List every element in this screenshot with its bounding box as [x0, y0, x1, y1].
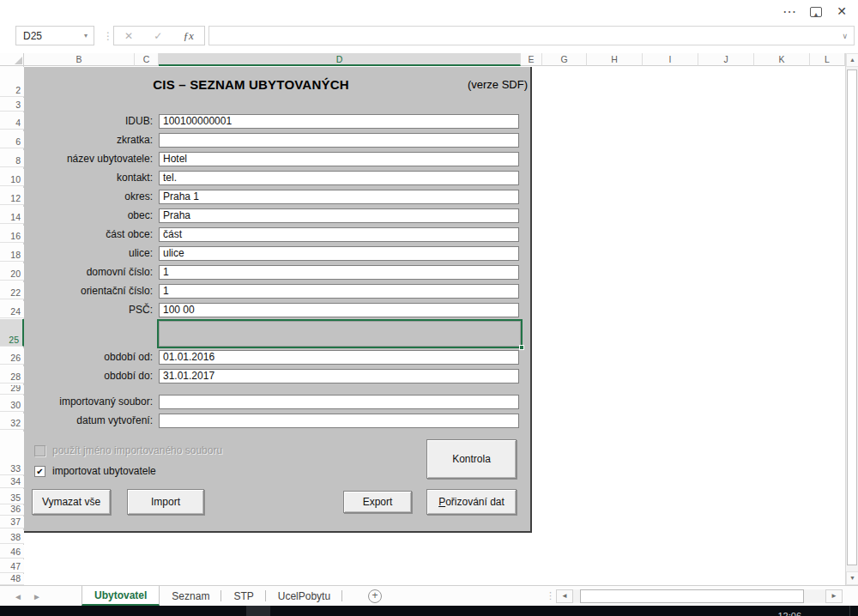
row-header[interactable]: 10	[0, 169, 24, 186]
form-field-row: kontakt: tel.	[24, 171, 532, 185]
row-header[interactable]: 46	[0, 545, 24, 559]
column-header[interactable]: L	[810, 53, 845, 66]
taskbar-app-button[interactable]	[246, 606, 270, 616]
vymazat-vse-button[interactable]: Vymazat vše	[32, 489, 111, 515]
row-header[interactable]: 26	[0, 348, 24, 365]
row-header[interactable]: 47	[0, 559, 24, 573]
scroll-down-icon[interactable]: ▼	[846, 571, 858, 585]
horizontal-scrollbar-thumb[interactable]	[580, 589, 804, 603]
column-header[interactable]: H	[587, 53, 643, 66]
row-header[interactable]: 34	[0, 476, 24, 488]
column-header[interactable]: G	[542, 53, 587, 66]
row-header[interactable]: 20	[0, 263, 24, 281]
field-input[interactable]: 100 00	[159, 303, 519, 317]
form-field-row: obec: Praha	[24, 208, 532, 223]
kontrola-button[interactable]: Kontrola	[426, 439, 517, 479]
export-button[interactable]: Export	[343, 491, 412, 513]
column-header[interactable]: J	[698, 53, 754, 66]
row-header[interactable]: 29	[0, 385, 24, 395]
row-header[interactable]: 16	[0, 226, 24, 243]
cis-form-panel: CIS – SEZNAM UBYTOVANÝCH (verze SDF) IDU…	[24, 67, 532, 533]
row-header[interactable]: 6	[0, 131, 24, 148]
restore-window-icon[interactable]: ▴	[810, 7, 822, 17]
column-headers: BCDEGHIJKL	[0, 53, 845, 66]
sheet-tab[interactable]: STP	[221, 586, 265, 606]
field-label: orientační číslo:	[24, 284, 153, 299]
row-header[interactable]: 3	[0, 98, 24, 112]
import-button[interactable]: Import	[127, 489, 204, 515]
checkbox[interactable]: ✔ importovat ubytovatele	[34, 465, 156, 477]
row-header[interactable]: 48	[0, 574, 24, 585]
column-header[interactable]: K	[754, 53, 810, 66]
field-input[interactable]: ulice	[159, 246, 519, 261]
enter-icon[interactable]: ✓	[154, 30, 162, 42]
column-header[interactable]: I	[643, 53, 698, 66]
row-header[interactable]: 22	[0, 282, 24, 299]
row-header[interactable]: 8	[0, 150, 24, 167]
row-header[interactable]: 38	[0, 530, 24, 544]
tab-scroll-left-icon[interactable]: ◄	[14, 592, 22, 601]
row-header[interactable]: 24	[0, 301, 24, 318]
cancel-icon[interactable]: ✕	[124, 30, 133, 42]
vertical-scrollbar[interactable]: ▲ ▼	[845, 53, 858, 585]
ribbon-more-icon[interactable]: ⋯	[782, 3, 798, 20]
row-header[interactable]: 2	[0, 67, 24, 97]
field-input[interactable]	[159, 395, 519, 409]
scroll-left-icon[interactable]: ◄	[556, 589, 573, 603]
row-header[interactable]: 32	[0, 414, 24, 430]
row-header[interactable]: 30	[0, 396, 24, 412]
field-input[interactable]	[159, 133, 519, 148]
formula-bar-expand-icon[interactable]: ∨	[842, 32, 848, 40]
field-input[interactable]: 01.01.2016	[159, 350, 519, 365]
field-label: zkratka:	[24, 133, 153, 148]
row-header[interactable]: 37	[0, 516, 24, 528]
field-input[interactable]: 1	[159, 284, 519, 299]
form-field-row: období od: 01.01.2016	[24, 350, 532, 365]
formula-buttons: ✕ ✓ ƒx	[113, 26, 205, 45]
column-header[interactable]: D	[159, 53, 521, 66]
insert-function-icon[interactable]: ƒx	[184, 29, 194, 43]
sheet-tab[interactable]: Ubytovatel	[82, 586, 160, 606]
field-input[interactable]: tel.	[159, 171, 519, 185]
field-input[interactable]: Praha 1	[159, 190, 519, 204]
field-input[interactable]: 1	[159, 265, 519, 280]
add-sheet-icon[interactable]: +	[368, 589, 382, 603]
checkbox[interactable]: použít jméno importovaného souboru	[34, 444, 222, 456]
row-header[interactable]: 35	[0, 489, 24, 504]
close-icon[interactable]: ✕	[837, 4, 847, 18]
row-header[interactable]: 36	[0, 505, 24, 516]
field-input[interactable]: 100100000001	[159, 114, 519, 129]
sheet-tab[interactable]: Seznam	[160, 586, 221, 606]
row-header[interactable]: 18	[0, 245, 24, 262]
sheet-tab[interactable]: UcelPobytu	[266, 586, 342, 606]
formula-bar-input[interactable]	[208, 26, 855, 45]
vertical-scrollbar-thumb[interactable]	[847, 69, 857, 565]
tab-scroll-right-icon[interactable]: ►	[33, 592, 41, 601]
taskbar-divider	[849, 606, 850, 616]
field-input[interactable]	[159, 414, 519, 428]
column-header[interactable]: B	[24, 53, 135, 66]
scroll-right-icon[interactable]: ►	[825, 589, 843, 603]
field-input[interactable]: Hotel	[159, 152, 519, 166]
row-header[interactable]: 25	[0, 319, 24, 347]
field-input[interactable]: 31.01.2017	[159, 369, 519, 383]
form-field-row: název ubytovatele: Hotel	[24, 152, 532, 166]
scroll-up-icon[interactable]: ▲	[846, 53, 858, 67]
column-header[interactable]: C	[135, 53, 159, 66]
form-field-row: PSČ: 100 00	[24, 303, 532, 317]
row-header[interactable]: 4	[0, 112, 24, 130]
field-input[interactable]: část	[159, 227, 519, 242]
row-header[interactable]: 14	[0, 207, 24, 224]
row-header[interactable]: 12	[0, 188, 24, 205]
name-box-dropdown-icon[interactable]: ▾	[84, 32, 88, 39]
column-header[interactable]: E	[521, 53, 542, 66]
select-all-corner[interactable]	[0, 53, 24, 66]
selected-cell-d25[interactable]	[157, 319, 523, 348]
sheet-grid[interactable]: CIS – SEZNAM UBYTOVANÝCH (verze SDF) IDU…	[24, 66, 845, 585]
name-box[interactable]: D25 ▾	[15, 26, 94, 45]
tab-splitter-dots-icon[interactable]: ⋮	[546, 590, 555, 601]
row-header[interactable]: 33	[0, 432, 24, 475]
field-input[interactable]: Praha	[159, 208, 519, 223]
row-header[interactable]: 28	[0, 366, 24, 383]
porizovani-dat-button[interactable]: Pořizování dat	[426, 489, 517, 515]
